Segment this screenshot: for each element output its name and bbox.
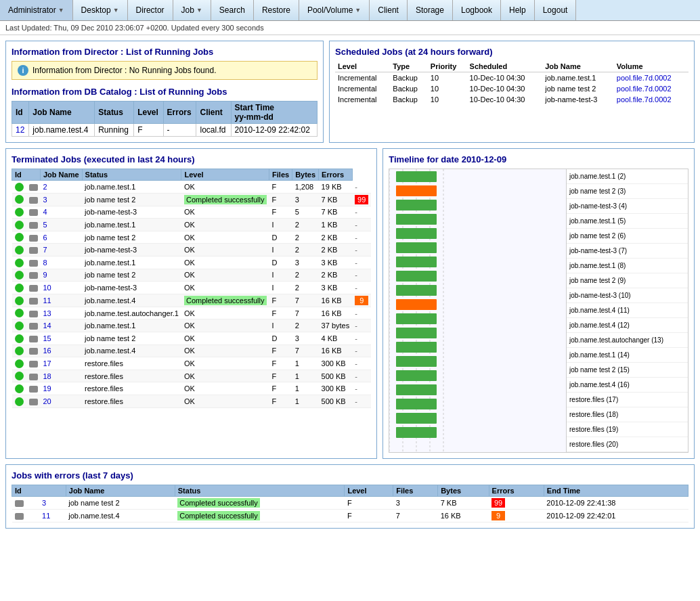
table-row: Incremental Backup 10 10-Dec-10 04:30 jo… (335, 72, 688, 84)
cell-eye (26, 231, 41, 244)
run-icon[interactable] (15, 195, 24, 204)
table-row: 19restore.filesOKF1300 KB- (12, 382, 372, 395)
nav-logout[interactable]: Logout (535, 0, 577, 20)
cell-level: F (269, 344, 292, 357)
nav-restore[interactable]: Restore (254, 0, 299, 20)
cell-files: 1,208 (292, 181, 319, 194)
error-badge: 99 (355, 195, 368, 204)
run-icon[interactable] (15, 309, 24, 317)
table-row: 14job.name.test.1OKI237 bytes- (12, 319, 372, 332)
run-icon[interactable] (15, 208, 24, 217)
run-icon[interactable] (15, 259, 24, 267)
cell-bytes: 2 KB (319, 269, 353, 282)
run-icon[interactable] (15, 359, 24, 368)
cell-errors: - (352, 269, 371, 282)
nav-administrator-label: Administrator (8, 5, 56, 15)
run-icon[interactable] (15, 183, 24, 192)
nav-client-label: Client (378, 5, 399, 15)
eye-icon[interactable] (29, 311, 38, 317)
eye-icon[interactable] (29, 361, 38, 368)
cell-id: 5 (41, 219, 83, 231)
nav-logbook[interactable]: Logbook (453, 0, 501, 20)
eye-icon[interactable] (15, 513, 24, 520)
status-text: Last Updated: Thu, 09 Dec 2010 23:06:07 … (5, 24, 264, 32)
cell-level: I (269, 244, 292, 257)
eye-icon[interactable] (29, 247, 38, 254)
run-icon[interactable] (15, 233, 24, 242)
eye-icon[interactable] (29, 336, 38, 342)
cell-status: OK (181, 332, 269, 344)
run-icon[interactable] (15, 246, 24, 254)
cell-status: OK (181, 307, 269, 319)
svg-rect-20 (396, 384, 437, 395)
run-icon[interactable] (15, 347, 24, 355)
eye-icon[interactable] (29, 222, 38, 229)
col-errors: Errors (163, 102, 196, 124)
errors-panel-title: Jobs with errors (last 7 days) (12, 470, 688, 481)
cell-eye (26, 332, 41, 344)
cell-status: Completed successfully (175, 497, 345, 510)
nav-director[interactable]: Director (128, 0, 173, 20)
run-icon[interactable] (15, 271, 24, 280)
eye-icon[interactable] (29, 285, 38, 292)
eye-icon[interactable] (29, 386, 38, 393)
cell-status: OK (181, 181, 269, 194)
eye-icon[interactable] (29, 184, 38, 191)
run-icon[interactable] (15, 321, 24, 330)
eye-icon[interactable] (29, 260, 38, 267)
top-navigation: Administrator ▼ Desktop ▼ Director Job ▼… (0, 0, 700, 21)
run-icon[interactable] (15, 334, 24, 343)
cell-icons (12, 294, 26, 307)
timeline-label: restore.files (20) (567, 437, 688, 452)
nav-help[interactable]: Help (501, 0, 535, 20)
terminated-title: Terminated Jobs (executed in last 24 hou… (12, 154, 371, 164)
catalog-table: Id Job Name Status Level Errors Client S… (12, 101, 318, 137)
svg-rect-14 (396, 299, 437, 310)
cell-job-name: job name test 2 (82, 231, 181, 244)
cell-job-name: restore.files (82, 357, 181, 370)
cell-id: 8 (41, 256, 83, 269)
eye-icon[interactable] (29, 374, 38, 380)
eye-icon[interactable] (15, 500, 24, 507)
cell-files: 1 (292, 382, 319, 395)
cell-id: 19 (41, 382, 83, 395)
eye-icon[interactable] (29, 323, 38, 330)
col-job-name: Job Name (41, 169, 83, 181)
run-icon[interactable] (15, 296, 24, 305)
nav-desktop[interactable]: Desktop ▼ (73, 0, 128, 20)
eye-icon[interactable] (29, 272, 38, 279)
run-icon[interactable] (15, 372, 24, 380)
nav-client[interactable]: Client (370, 0, 408, 20)
jobs-with-errors-panel: Jobs with errors (last 7 days) Id Job Na… (5, 464, 695, 529)
timeline-panel: Timeline for date 2010-12-09 (382, 148, 695, 459)
eye-icon[interactable] (29, 399, 38, 405)
cell-end-time: 2010-12-09 22:42:01 (544, 510, 688, 522)
eye-icon[interactable] (29, 209, 38, 216)
cell-bytes: 16 KB (319, 294, 353, 307)
run-icon[interactable] (15, 384, 24, 393)
eye-icon[interactable] (29, 348, 38, 355)
cell-files: 3 (393, 497, 438, 510)
nav-job[interactable]: Job ▼ (173, 0, 211, 20)
cell-bytes: 16 KB (438, 510, 489, 522)
cell-eye (26, 181, 41, 194)
nav-pool-volume[interactable]: Pool/Volume ▼ (299, 0, 370, 20)
cell-errors: - (352, 319, 371, 332)
nav-storage[interactable]: Storage (408, 0, 453, 20)
eye-icon[interactable] (29, 197, 38, 204)
no-jobs-text: Information from Director : No Running J… (32, 66, 216, 75)
run-icon[interactable] (15, 284, 24, 292)
eye-icon[interactable] (29, 298, 38, 305)
eye-icon[interactable] (29, 235, 38, 242)
cell-errors: - (352, 307, 371, 319)
cell-eye (26, 395, 41, 407)
cell-level: D (269, 231, 292, 244)
run-icon[interactable] (15, 221, 24, 229)
cell-job-name: restore.files (82, 395, 181, 407)
cell-files: 3 (292, 193, 319, 206)
nav-search[interactable]: Search (211, 0, 254, 20)
cell-errors: - (352, 244, 371, 257)
cell-eye (26, 206, 41, 219)
run-icon[interactable] (15, 397, 24, 406)
nav-administrator[interactable]: Administrator ▼ (0, 0, 73, 20)
